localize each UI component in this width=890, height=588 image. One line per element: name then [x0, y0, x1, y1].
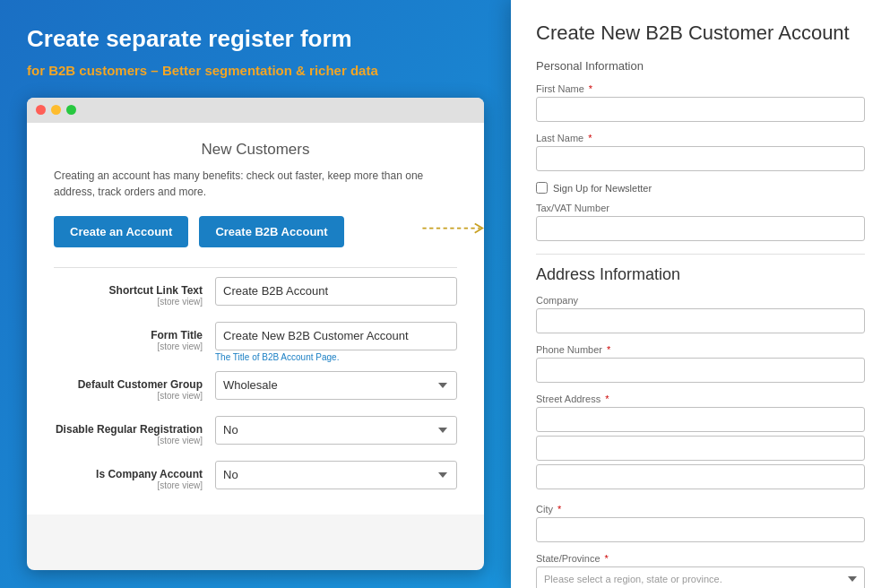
disable-reg-label-wrap: Disable Regular Registration [store view…	[54, 416, 215, 445]
shortcut-label-sub: [store view]	[54, 297, 203, 307]
is-company-label-main: Is Company Account	[54, 468, 203, 480]
street-input-1[interactable]	[536, 407, 865, 432]
left-panel: Create separate register form for B2B cu…	[0, 0, 511, 588]
new-customers-title: New Customers	[54, 141, 457, 159]
browser-window: New Customers Creating an account has ma…	[27, 98, 484, 570]
form-title-label-sub: [store view]	[54, 342, 203, 351]
shortcut-label-main: Shortcut Link Text	[54, 284, 203, 297]
browser-titlebar	[27, 98, 484, 123]
description-text: Creating an account has many benefits: c…	[54, 168, 457, 200]
disable-reg-label-sub: [store view]	[54, 436, 203, 445]
tax-vat-input[interactable]	[536, 216, 865, 241]
shortcut-row: Shortcut Link Text [store view]	[54, 277, 457, 313]
address-section-title: Address Information	[536, 254, 865, 284]
form-page-title: Create New B2B Customer Account	[536, 22, 865, 45]
customer-group-select[interactable]: Wholesale	[215, 371, 457, 400]
phone-label: Phone Number *	[536, 344, 865, 355]
last-name-label: Last Name *	[536, 133, 865, 143]
dot-green	[66, 105, 76, 115]
street-inputs	[536, 407, 865, 493]
form-title-hint: The Title of B2B Account Page.	[215, 352, 457, 362]
first-name-group: First Name *	[536, 83, 865, 122]
newsletter-row: Sign Up for Newsletter	[536, 182, 865, 194]
newsletter-checkbox[interactable]	[536, 182, 548, 194]
personal-section-heading: Personal Information	[536, 59, 865, 73]
tax-vat-group: Tax/VAT Number	[536, 203, 865, 241]
dot-red	[36, 105, 46, 115]
city-group: City *	[536, 504, 865, 542]
customer-group-row: Default Customer Group [store view] Whol…	[54, 371, 457, 407]
shortcut-label-wrap: Shortcut Link Text [store view]	[54, 277, 215, 307]
company-group: Company	[536, 295, 865, 333]
customer-group-label-sub: [store view]	[54, 391, 203, 401]
is-company-input-wrap: No	[215, 461, 457, 489]
customer-group-label-wrap: Default Customer Group [store view]	[54, 371, 215, 401]
newsletter-label: Sign Up for Newsletter	[553, 183, 652, 194]
right-panel: Create New B2B Customer Account Personal…	[511, 0, 890, 588]
browser-content: New Customers Creating an account has ma…	[27, 123, 484, 514]
is-company-label-sub: [store view]	[54, 480, 203, 490]
city-label: City *	[536, 504, 865, 514]
hero-subtitle: for B2B customers – Better segmentation …	[27, 62, 484, 80]
hero-title: Create separate register form	[27, 25, 484, 53]
form-title-input-wrap: The Title of B2B Account Page.	[215, 322, 457, 362]
create-b2b-button[interactable]: Create B2B Account	[199, 216, 343, 247]
form-title-label-wrap: Form Title [store view]	[54, 322, 215, 351]
disable-reg-select[interactable]: No	[215, 416, 457, 445]
disable-reg-label-main: Disable Regular Registration	[54, 423, 203, 436]
company-label: Company	[536, 295, 865, 306]
is-company-label-wrap: Is Company Account [store view]	[54, 461, 215, 490]
state-label: State/Province *	[536, 553, 865, 564]
form-title-row: Form Title [store view] The Title of B2B…	[54, 322, 457, 362]
phone-group: Phone Number *	[536, 344, 865, 383]
first-name-label: First Name *	[536, 83, 865, 94]
form-title-label-main: Form Title	[54, 329, 203, 342]
street-input-3[interactable]	[536, 464, 865, 489]
last-name-input[interactable]	[536, 146, 865, 171]
create-account-button[interactable]: Create an Account	[54, 216, 188, 247]
arrow-icon	[421, 220, 484, 247]
buttons-row: Create an Account Create B2B Account	[54, 216, 457, 247]
admin-form-fields: Shortcut Link Text [store view] Form Tit…	[54, 267, 457, 497]
is-company-row: Is Company Account [store view] No	[54, 461, 457, 497]
state-select[interactable]: Please select a region, state or provinc…	[536, 566, 865, 588]
tax-vat-label: Tax/VAT Number	[536, 203, 865, 213]
shortcut-input[interactable]	[215, 277, 457, 306]
company-input[interactable]	[536, 308, 865, 333]
phone-input[interactable]	[536, 358, 865, 383]
dot-yellow	[51, 105, 61, 115]
first-name-input[interactable]	[536, 97, 865, 122]
city-input[interactable]	[536, 517, 865, 542]
street-label: Street Address *	[536, 393, 865, 404]
state-group: State/Province * Please select a region,…	[536, 553, 865, 588]
shortcut-input-wrap	[215, 277, 457, 306]
form-title-input[interactable]	[215, 322, 457, 350]
street-input-2[interactable]	[536, 436, 865, 461]
customer-group-label-main: Default Customer Group	[54, 378, 203, 391]
disable-reg-row: Disable Regular Registration [store view…	[54, 416, 457, 452]
customer-group-input-wrap: Wholesale	[215, 371, 457, 400]
last-name-group: Last Name *	[536, 133, 865, 171]
is-company-select[interactable]: No	[215, 461, 457, 489]
street-group: Street Address *	[536, 393, 865, 493]
disable-reg-input-wrap: No	[215, 416, 457, 445]
